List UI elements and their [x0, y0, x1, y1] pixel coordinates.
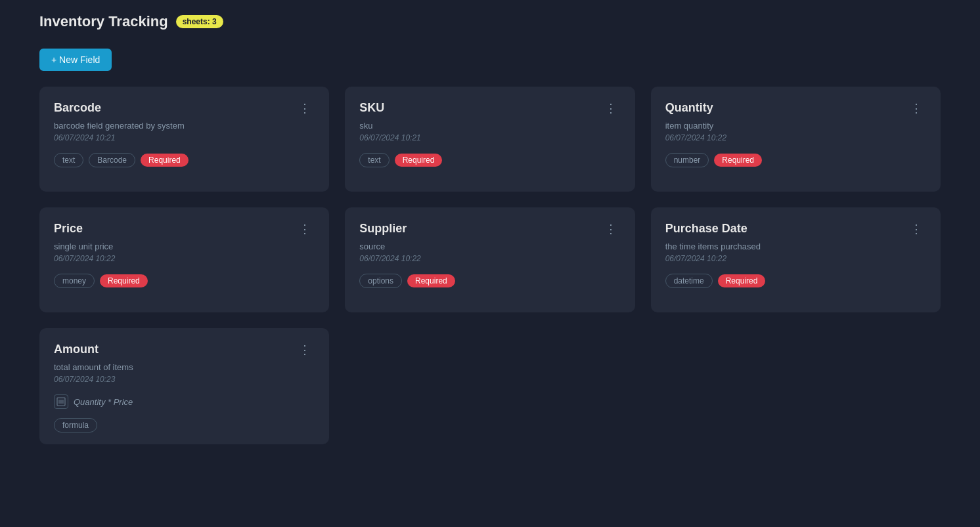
tag-number-quantity: number — [665, 153, 709, 167]
card-date-quantity: 06/07/2024 10:22 — [665, 133, 926, 142]
formula-icon — [54, 394, 68, 409]
card-description-price: single unit price — [54, 242, 315, 251]
card-title-amount: Amount — [54, 343, 99, 356]
card-description-barcode: barcode field generated by system — [54, 121, 315, 131]
card-description-quantity: item quantity — [665, 121, 926, 131]
card-menu-button-purchase-date[interactable]: ⋮ — [906, 222, 926, 236]
tag-required-supplier: Required — [407, 274, 455, 287]
card-menu-button-quantity[interactable]: ⋮ — [906, 101, 926, 116]
card-date-purchase-date: 06/07/2024 10:22 — [665, 254, 926, 263]
card-header-price: Price⋮ — [54, 222, 315, 236]
card-menu-button-price[interactable]: ⋮ — [295, 222, 315, 236]
card-header-sku: SKU⋮ — [359, 101, 620, 116]
card-tags-price: moneyRequired — [54, 274, 315, 288]
page-container: Inventory Tracking sheets: 3 + New Field… — [0, 0, 980, 471]
card-header-barcode: Barcode⋮ — [54, 101, 315, 116]
card-menu-button-barcode[interactable]: ⋮ — [295, 101, 315, 116]
card-title-barcode: Barcode — [54, 101, 101, 115]
card-date-barcode: 06/07/2024 10:21 — [54, 133, 315, 142]
page-title: Inventory Tracking — [39, 13, 168, 30]
formula-text-amount: Quantity * Price — [74, 397, 133, 407]
card-title-price: Price — [54, 222, 83, 236]
card-supplier: Supplier⋮source06/07/2024 10:22optionsRe… — [345, 207, 635, 312]
tag-formula-amount: formula — [54, 418, 97, 432]
card-tags-quantity: numberRequired — [665, 153, 926, 167]
card-tags-supplier: optionsRequired — [359, 274, 620, 288]
card-title-supplier: Supplier — [359, 222, 407, 236]
card-menu-button-sku[interactable]: ⋮ — [601, 101, 621, 116]
card-title-sku: SKU — [359, 101, 384, 115]
card-header-quantity: Quantity⋮ — [665, 101, 926, 116]
tag-options-supplier: options — [359, 274, 402, 288]
tag-required-purchase-date: Required — [718, 274, 766, 287]
card-description-supplier: source — [359, 242, 620, 251]
header-row: Inventory Tracking sheets: 3 — [39, 13, 941, 30]
card-barcode: Barcode⋮barcode field generated by syste… — [39, 87, 329, 192]
card-quantity: Quantity⋮item quantity06/07/2024 10:22nu… — [651, 87, 941, 192]
card-menu-button-amount[interactable]: ⋮ — [295, 343, 315, 357]
tag-datetime-purchase-date: datetime — [665, 274, 713, 288]
card-sku: SKU⋮sku06/07/2024 10:21textRequired — [345, 87, 635, 192]
card-tags-purchase-date: datetimeRequired — [665, 274, 926, 288]
tag-required-price: Required — [100, 274, 148, 287]
card-header-supplier: Supplier⋮ — [359, 222, 620, 236]
card-header-purchase-date: Purchase Date⋮ — [665, 222, 926, 236]
card-price: Price⋮single unit price06/07/2024 10:22m… — [39, 207, 329, 312]
cards-grid: Barcode⋮barcode field generated by syste… — [39, 87, 941, 444]
tag-required-sku: Required — [395, 154, 443, 167]
card-date-amount: 06/07/2024 10:23 — [54, 375, 315, 384]
card-tags-amount: formula — [54, 418, 315, 432]
card-amount: Amount⋮total amount of items06/07/2024 1… — [39, 328, 329, 444]
sheets-badge: sheets: 3 — [176, 15, 223, 28]
card-header-amount: Amount⋮ — [54, 343, 315, 357]
tag-required-barcode: Required — [141, 154, 189, 167]
card-date-supplier: 06/07/2024 10:22 — [359, 254, 620, 263]
card-date-sku: 06/07/2024 10:21 — [359, 133, 620, 142]
card-purchase-date: Purchase Date⋮the time items purchased06… — [651, 207, 941, 312]
card-description-amount: total amount of items — [54, 362, 315, 372]
card-description-sku: sku — [359, 121, 620, 131]
tag-required-quantity: Required — [714, 154, 762, 167]
card-title-quantity: Quantity — [665, 101, 713, 115]
formula-row-amount: Quantity * Price — [54, 394, 315, 409]
card-date-price: 06/07/2024 10:22 — [54, 254, 315, 263]
tag-barcode-barcode: Barcode — [89, 153, 135, 167]
card-tags-barcode: textBarcodeRequired — [54, 153, 315, 167]
card-title-purchase-date: Purchase Date — [665, 222, 747, 236]
card-description-purchase-date: the time items purchased — [665, 242, 926, 251]
tag-text-sku: text — [359, 153, 389, 167]
card-tags-sku: textRequired — [359, 153, 620, 167]
new-field-button[interactable]: + New Field — [39, 49, 112, 71]
tag-money-price: money — [54, 274, 95, 288]
tag-text-barcode: text — [54, 153, 83, 167]
card-menu-button-supplier[interactable]: ⋮ — [601, 222, 621, 236]
